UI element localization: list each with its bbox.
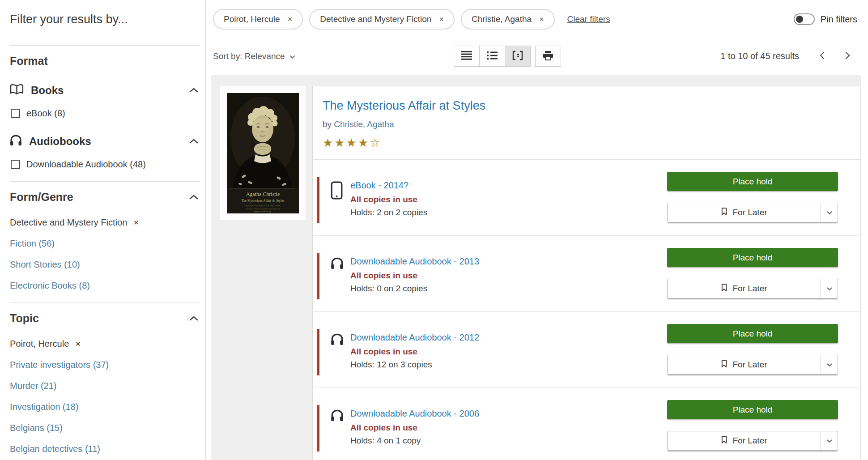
format-link[interactable]: Downloadable Audiobook - 2006 bbox=[350, 409, 479, 419]
filter-chip-label: Poirot, Hercule bbox=[224, 14, 280, 24]
format-row-audiobook-2013: Downloadable Audiobook - 2013 All copies… bbox=[313, 235, 860, 311]
cover-view-button[interactable] bbox=[454, 46, 480, 67]
chevron-down-icon bbox=[827, 209, 832, 216]
result-detail-card: The Mysterious Affair at Styles by Chris… bbox=[312, 86, 861, 460]
format-link[interactable]: Downloadable Audiobook - 2013 bbox=[350, 256, 479, 267]
format-section-heading: Format bbox=[10, 55, 48, 68]
format-link[interactable]: eBook - 2014? bbox=[350, 180, 427, 191]
genre-section-heading: Form/Genre bbox=[10, 191, 73, 204]
remove-filter-icon[interactable]: × bbox=[75, 338, 81, 349]
results-count: 1 to 10 of 45 results bbox=[720, 51, 799, 61]
format-link[interactable]: Downloadable Audiobook - 2012 bbox=[350, 332, 479, 343]
divider bbox=[10, 45, 200, 46]
divider bbox=[10, 302, 200, 303]
bookmark-icon bbox=[721, 283, 728, 294]
for-later-dropdown[interactable] bbox=[821, 203, 838, 222]
divider bbox=[10, 181, 200, 182]
for-later-split-button: For Later bbox=[667, 355, 838, 375]
holds-count: Holds: 4 on 1 copy bbox=[350, 436, 479, 446]
view-toggle-group bbox=[454, 46, 531, 67]
for-later-button[interactable]: For Later bbox=[668, 355, 821, 374]
remove-filter-icon[interactable]: × bbox=[133, 217, 139, 228]
sidebar-topic-link[interactable]: Investigation (18) bbox=[10, 402, 205, 412]
open-book-icon bbox=[10, 84, 24, 97]
sidebar-genre-link[interactable]: Fiction (56) bbox=[10, 239, 205, 249]
sidebar-group-books[interactable]: Books bbox=[10, 84, 205, 97]
cover-author-text: Agatha Christie bbox=[246, 191, 280, 197]
sidebar-group-label: Audiobooks bbox=[29, 135, 91, 148]
filter-chip[interactable]: Detective and Mystery Fiction × bbox=[309, 9, 455, 30]
format-row-audiobook-2006: Downloadable Audiobook - 2006 All copies… bbox=[313, 388, 860, 460]
for-later-label: For Later bbox=[732, 284, 767, 294]
toggle-knob bbox=[796, 16, 803, 23]
pin-filters-toggle[interactable] bbox=[794, 13, 815, 25]
checkbox-label: eBook (8) bbox=[26, 108, 65, 119]
for-later-button[interactable]: For Later bbox=[668, 203, 821, 222]
for-later-dropdown[interactable] bbox=[821, 279, 838, 298]
chip-remove-icon[interactable]: × bbox=[288, 15, 293, 24]
place-hold-button[interactable]: Place hold bbox=[667, 172, 838, 191]
active-filter-genre: Detective and Mystery Fiction × bbox=[10, 217, 205, 228]
next-page-button[interactable] bbox=[845, 51, 850, 61]
chip-remove-icon[interactable]: × bbox=[539, 15, 544, 24]
sidebar-topic-link[interactable]: Private investigators (37) bbox=[10, 360, 205, 370]
list-view-button[interactable] bbox=[479, 46, 505, 67]
sidebar-genre-link[interactable]: Short Stories (10) bbox=[10, 260, 205, 270]
print-button[interactable] bbox=[535, 46, 561, 67]
pin-filters-control: Pin filters bbox=[794, 13, 857, 25]
bookmark-icon bbox=[721, 435, 728, 446]
sidebar-group-label: Books bbox=[31, 84, 64, 97]
sidebar-group-audiobooks[interactable]: Audiobooks bbox=[10, 135, 205, 148]
holds-count: Holds: 2 on 2 copies bbox=[350, 208, 427, 217]
for-later-button[interactable]: For Later bbox=[668, 431, 821, 450]
for-later-dropdown[interactable] bbox=[821, 355, 838, 374]
availability-status: All copies in use bbox=[350, 271, 479, 281]
place-hold-button[interactable]: Place hold bbox=[667, 248, 838, 267]
ebook-checkbox[interactable] bbox=[11, 109, 20, 118]
by-label: by bbox=[323, 119, 332, 129]
downloadable-audiobook-filter-option[interactable]: Downloadable Audiobook (48) bbox=[11, 159, 205, 170]
active-filter-topic: Poirot, Hercule × bbox=[10, 338, 205, 349]
for-later-button[interactable]: For Later bbox=[668, 279, 821, 298]
chevron-left-icon bbox=[820, 51, 825, 61]
clear-filters-link[interactable]: Clear filters bbox=[567, 14, 610, 24]
cover-quote-line: happens to bite it off." bbox=[253, 210, 273, 213]
result-title-link[interactable]: The Mysterious Affair at Styles bbox=[323, 99, 485, 112]
results-list: Agatha Christie The Mysterious Affair At… bbox=[211, 75, 861, 460]
pagination: 1 to 10 of 45 results bbox=[720, 51, 850, 61]
sidebar-topic-link[interactable]: Belgians (15) bbox=[10, 423, 205, 433]
star-rating[interactable]: ★★★★☆ bbox=[323, 137, 838, 149]
chevron-down-icon bbox=[827, 438, 832, 444]
filter-chip[interactable]: Poirot, Hercule × bbox=[213, 9, 303, 30]
filter-chip[interactable]: Christie, Agatha × bbox=[461, 9, 555, 30]
chevron-right-icon bbox=[845, 51, 850, 61]
place-hold-button[interactable]: Place hold bbox=[667, 400, 838, 419]
place-hold-button[interactable]: Place hold bbox=[667, 324, 838, 343]
for-later-split-button: For Later bbox=[667, 203, 838, 222]
detail-view-button[interactable] bbox=[505, 46, 531, 67]
for-later-dropdown[interactable] bbox=[821, 431, 838, 450]
prev-page-button[interactable] bbox=[820, 51, 825, 61]
sidebar-topic-link[interactable]: Belgian detectives (11) bbox=[10, 444, 205, 454]
availability-accent-bar bbox=[317, 405, 319, 451]
results-main-area: Poirot, Hercule × Detective and Mystery … bbox=[206, 0, 868, 460]
holds-count: Holds: 0 on 2 copies bbox=[350, 284, 479, 294]
author-link[interactable]: Christie, Agatha bbox=[334, 119, 394, 129]
chevron-up-icon[interactable] bbox=[189, 193, 198, 201]
for-later-label: For Later bbox=[732, 436, 767, 446]
book-cover[interactable]: Agatha Christie The Mysterious Affair At… bbox=[220, 86, 306, 220]
pin-filters-label: Pin filters bbox=[821, 14, 857, 25]
downloadable-audiobook-checkbox[interactable] bbox=[11, 160, 20, 169]
availability-accent-bar bbox=[317, 329, 319, 375]
for-later-split-button: For Later bbox=[667, 279, 838, 298]
sidebar-genre-link[interactable]: Electronic Books (8) bbox=[10, 281, 205, 291]
chevron-down-icon bbox=[827, 362, 832, 368]
format-row-ebook-2014: eBook - 2014? All copies in use Holds: 2… bbox=[313, 159, 860, 235]
library-search-results-page: Filter your results by... Format Books e… bbox=[0, 0, 868, 460]
ebook-filter-option[interactable]: eBook (8) bbox=[11, 108, 205, 119]
chip-remove-icon[interactable]: × bbox=[439, 15, 444, 24]
chevron-up-icon[interactable] bbox=[189, 315, 198, 323]
lines-view-icon bbox=[461, 51, 472, 61]
sidebar-topic-link[interactable]: Murder (21) bbox=[10, 381, 205, 391]
sort-by-dropdown[interactable]: Sort by: Relevance bbox=[213, 51, 295, 61]
